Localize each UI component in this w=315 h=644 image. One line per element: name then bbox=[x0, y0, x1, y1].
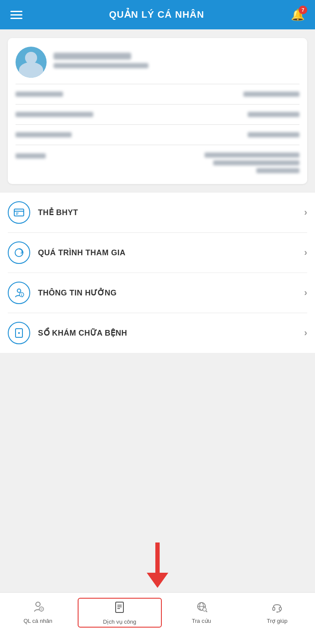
arrow-indicator bbox=[147, 542, 168, 588]
profile-divider-3 bbox=[16, 124, 299, 125]
profile-divider-4 bbox=[16, 145, 299, 145]
nav-item-tra-cuu[interactable]: Tra cứu bbox=[164, 598, 239, 626]
profile-row-3 bbox=[16, 129, 299, 140]
profile-row-4 bbox=[16, 149, 299, 176]
app-header: QUẢN LÝ CÁ NHÂN 🔔 7 bbox=[0, 0, 315, 29]
thong-tin-icon bbox=[13, 287, 25, 299]
svg-rect-0 bbox=[14, 209, 24, 216]
svg-point-21 bbox=[203, 608, 206, 611]
notification-bell[interactable]: 🔔 7 bbox=[291, 8, 305, 22]
so-kham-icon bbox=[13, 327, 25, 339]
the-bhyt-icon-circle bbox=[8, 201, 30, 224]
profile-label-4 bbox=[16, 153, 46, 159]
arrow-shaft bbox=[155, 542, 160, 573]
svg-point-25 bbox=[277, 612, 278, 613]
profile-divider-2 bbox=[16, 104, 299, 105]
nav-item-tro-giup[interactable]: Trợ giúp bbox=[239, 598, 315, 626]
qua-trinh-icon bbox=[13, 247, 25, 259]
gear-person-icon bbox=[31, 600, 45, 615]
nav-item-dich-vu-cong[interactable]: Dịch vụ công bbox=[78, 598, 162, 628]
thong-tin-icon-circle bbox=[8, 282, 30, 304]
profile-value-4a bbox=[205, 152, 299, 158]
profile-top bbox=[16, 47, 299, 78]
menu-item-the-bhyt[interactable]: THẺ BHYT › bbox=[8, 193, 307, 233]
svg-rect-24 bbox=[279, 607, 281, 610]
profile-value-4b bbox=[213, 160, 299, 165]
document-list-icon bbox=[113, 600, 126, 616]
svg-rect-23 bbox=[273, 607, 275, 610]
notification-badge: 7 bbox=[299, 6, 307, 14]
profile-label-3 bbox=[16, 132, 72, 137]
the-bhyt-icon bbox=[13, 206, 25, 219]
menu-item-so-kham[interactable]: SỔ KHÁM CHỮA BỆNH › bbox=[8, 313, 307, 353]
profile-divider bbox=[16, 84, 299, 84]
svg-rect-14 bbox=[116, 602, 123, 612]
nav-label-dich-vu-cong: Dịch vụ công bbox=[103, 619, 136, 625]
profile-card bbox=[8, 38, 307, 184]
search-globe-icon bbox=[195, 600, 208, 615]
so-kham-icon-circle bbox=[8, 322, 30, 344]
nav-item-ql-ca-nhan[interactable]: QL cá nhân bbox=[0, 598, 76, 626]
profile-sub-blur bbox=[54, 63, 148, 68]
profile-label-1 bbox=[16, 92, 63, 97]
avatar bbox=[16, 47, 47, 78]
nav-label-tra-cuu: Tra cứu bbox=[192, 618, 211, 624]
profile-label-2 bbox=[16, 112, 93, 117]
page-title: QUẢN LÝ CÁ NHÂN bbox=[109, 9, 205, 20]
profile-value-3 bbox=[248, 132, 299, 137]
svg-point-5 bbox=[17, 289, 21, 292]
menu-section: THẺ BHYT › QUÁ TRÌNH THAM GIA › THÔNG TI… bbox=[0, 193, 315, 353]
chevron-icon-so-kham: › bbox=[304, 327, 307, 339]
profile-row-2 bbox=[16, 109, 299, 120]
svg-point-13 bbox=[39, 607, 44, 611]
menu-label-qua-trinh: QUÁ TRÌNH THAM GIA bbox=[38, 248, 304, 257]
menu-item-qua-trinh[interactable]: QUÁ TRÌNH THAM GIA › bbox=[8, 233, 307, 273]
menu-label-the-bhyt: THẺ BHYT bbox=[38, 208, 304, 217]
profile-row-1 bbox=[16, 89, 299, 100]
bottom-nav: QL cá nhân Dịch vụ công Tra cứu bbox=[0, 592, 315, 644]
menu-button[interactable] bbox=[10, 11, 22, 19]
headset-icon bbox=[270, 600, 284, 615]
qua-trinh-icon-circle bbox=[8, 241, 30, 264]
profile-value-2 bbox=[248, 112, 299, 117]
chevron-icon-thong-tin: › bbox=[304, 287, 307, 298]
menu-label-so-kham: SỔ KHÁM CHỮA BỆNH bbox=[38, 328, 304, 338]
chevron-icon-qua-trinh: › bbox=[304, 247, 307, 258]
profile-name-blur bbox=[54, 53, 131, 60]
profile-name-block bbox=[54, 53, 299, 72]
svg-line-22 bbox=[206, 611, 207, 612]
nav-label-tro-giup: Trợ giúp bbox=[267, 618, 287, 624]
svg-point-12 bbox=[36, 602, 40, 606]
profile-value-1 bbox=[243, 92, 299, 97]
chevron-icon-the-bhyt: › bbox=[304, 207, 307, 218]
profile-value-4c bbox=[256, 168, 299, 173]
arrow-head bbox=[147, 573, 168, 588]
menu-label-thong-tin: THÔNG TIN HƯỞNG bbox=[38, 288, 304, 298]
nav-label-ql-ca-nhan: QL cá nhân bbox=[23, 618, 52, 624]
menu-item-thong-tin[interactable]: THÔNG TIN HƯỞNG › bbox=[8, 273, 307, 313]
